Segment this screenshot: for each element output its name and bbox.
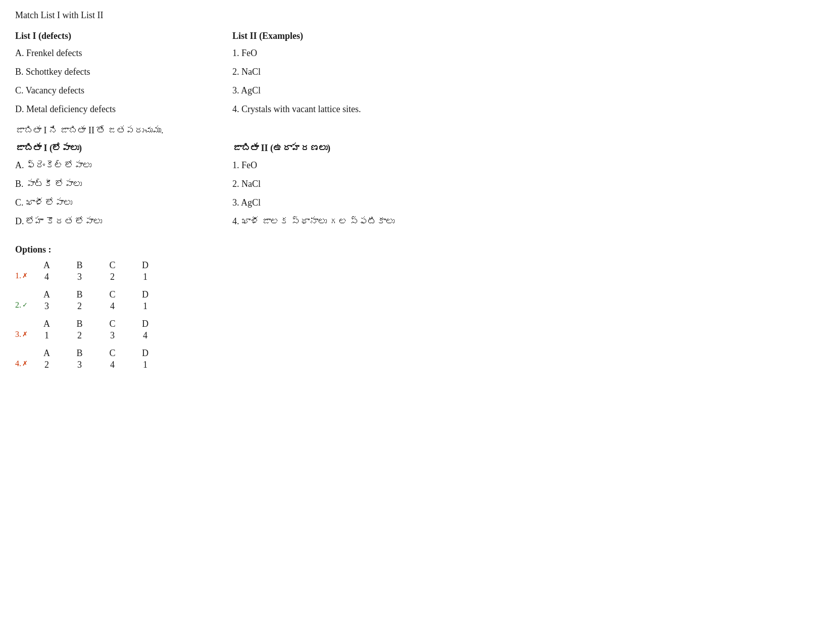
option-num-label: 4. — [15, 359, 21, 368]
list2-item-2: 2. NaCl — [232, 65, 819, 79]
option-col-value: 4 — [30, 272, 63, 282]
option-col-value: 2 — [30, 360, 63, 370]
option-col-header: B — [63, 319, 96, 329]
option-col-header: A — [30, 319, 63, 329]
list2-header: List II (Examples) — [232, 31, 819, 41]
option-number-4: 4.✗ — [15, 348, 30, 368]
option-num-label: 2. — [15, 301, 21, 310]
option-value-row-2: 3241 — [30, 301, 162, 312]
option-col-value: 4 — [96, 301, 129, 312]
telugu-instruction: జాబితా I ని జాబితా II తో జతపరుచుము. — [15, 125, 819, 136]
option-col-header: A — [30, 348, 63, 359]
telugu-list2-header: జాబితా II (ఉదాహరణలు) — [232, 143, 819, 154]
option-table-4: ABCD2341 — [30, 348, 162, 370]
option-mark-icon: ✗ — [22, 272, 28, 280]
option-col-header: C — [96, 260, 129, 271]
option-col-value: 3 — [63, 272, 96, 282]
telugu-list2-item-3: 3. AgCl — [232, 196, 819, 210]
option-col-header: B — [63, 289, 96, 300]
list1-item-b: B. Schottkey defects — [15, 65, 217, 79]
option-table-1: ABCD4321 — [30, 260, 162, 282]
options-label: Options : — [15, 244, 819, 255]
list1-item-c: C. Vacancy defects — [15, 84, 217, 97]
option-col-value: 1 — [30, 330, 63, 341]
option-mark-icon: ✗ — [22, 330, 28, 338]
option-col-header: D — [129, 260, 162, 271]
option-table-3: ABCD1234 — [30, 319, 162, 341]
option-number-2: 2.✓ — [15, 289, 30, 310]
option-col-header: A — [30, 289, 63, 300]
option-col-header: C — [96, 289, 129, 300]
telugu-list2-item-4: 4. ఖాళీ జాలక స్థానాలు గల స్ఫటికాలు — [232, 215, 819, 228]
list2-item-3: 3. AgCl — [232, 84, 819, 97]
option-col-value: 2 — [96, 272, 129, 282]
option-block-2: 2.✓ABCD3241 — [15, 289, 819, 312]
option-number-3: 3.✗ — [15, 319, 30, 339]
option-col-value: 4 — [96, 360, 129, 370]
telugu-list2-item-1: 1. FeO — [232, 159, 819, 172]
options-container: 1.✗ABCD43212.✓ABCD32413.✗ABCD12344.✗ABCD… — [15, 260, 819, 370]
option-col-header: A — [30, 260, 63, 271]
option-col-header: B — [63, 260, 96, 271]
list1-header: List I (defects) — [15, 31, 217, 41]
telugu-list1-header: జాబితా I (లోపాలు) — [15, 143, 217, 154]
option-col-header: B — [63, 348, 96, 359]
option-block-4: 4.✗ABCD2341 — [15, 348, 819, 370]
option-col-header: D — [129, 348, 162, 359]
option-num-label: 1. — [15, 271, 21, 280]
option-header-row-1: ABCD — [30, 260, 162, 271]
option-header-row-4: ABCD — [30, 348, 162, 359]
option-col-value: 3 — [63, 360, 96, 370]
option-value-row-3: 1234 — [30, 330, 162, 341]
option-col-value: 1 — [129, 272, 162, 282]
option-col-value: 2 — [63, 301, 96, 312]
telugu-list2-item-2: 2. NaCl — [232, 177, 819, 191]
option-value-row-4: 2341 — [30, 360, 162, 370]
option-number-1: 1.✗ — [15, 260, 30, 280]
option-header-row-2: ABCD — [30, 289, 162, 300]
option-col-header: D — [129, 319, 162, 329]
option-col-value: 3 — [96, 330, 129, 341]
list2-item-1: 1. FeO — [232, 46, 819, 60]
telugu-list1-item-d: D. లోహా కొరత లోపాలు — [15, 215, 217, 228]
option-block-3: 3.✗ABCD1234 — [15, 319, 819, 341]
option-col-value: 2 — [63, 330, 96, 341]
option-table-2: ABCD3241 — [30, 289, 162, 312]
option-col-value: 4 — [129, 330, 162, 341]
option-col-header: C — [96, 319, 129, 329]
list1-item-a: A. Frenkel defects — [15, 46, 217, 60]
option-header-row-3: ABCD — [30, 319, 162, 329]
option-col-value: 3 — [30, 301, 63, 312]
option-num-label: 3. — [15, 330, 21, 339]
telugu-list1-item-c: C. ఖాళీ లోపాలు — [15, 196, 217, 210]
instruction: Match List I with List II — [15, 10, 819, 21]
telugu-list1-item-b: B. పాట్కీ లోపాలు — [15, 177, 217, 191]
option-mark-icon: ✓ — [22, 301, 28, 309]
option-block-1: 1.✗ABCD4321 — [15, 260, 819, 282]
list2-item-4: 4. Crystals with vacant lattice sites. — [232, 103, 819, 116]
option-col-header: D — [129, 289, 162, 300]
list1-item-d: D. Metal deficiency defects — [15, 103, 217, 116]
option-mark-icon: ✗ — [22, 360, 28, 368]
option-col-header: C — [96, 348, 129, 359]
telugu-list1-item-a: A. ఫ్రెంకెల్ లోపాలు — [15, 159, 217, 172]
option-col-value: 1 — [129, 301, 162, 312]
option-value-row-1: 4321 — [30, 272, 162, 282]
option-col-value: 1 — [129, 360, 162, 370]
